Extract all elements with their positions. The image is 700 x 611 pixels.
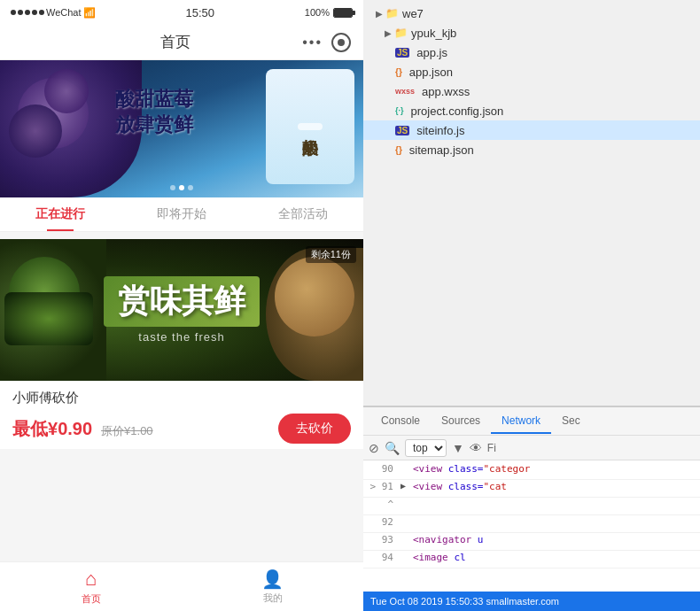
product-info: 小师傅砍价 最低¥0.90 原价¥1.00 去砍价 [0,381,363,449]
line-code: <view class="cat [413,481,507,492]
signal-dot-4 [32,10,37,15]
battery-icon [333,8,353,18]
dropdown-icon[interactable]: ▼ [452,441,464,455]
home-icon: ⌂ [85,568,97,591]
line-code: <image cl [413,552,466,563]
folder-icon: 📁 [385,7,399,19]
wifi-icon: 📶 [83,7,96,19]
banner-text-area: 酸甜蓝莓 放肆赏鲜 [115,87,193,137]
product-title-overlay: 赏味其鲜 taste the fresh [104,276,260,344]
console-line-91: > 91 ▶ <view class="cat [363,480,700,498]
user-icon: 👤 [261,568,284,590]
tree-item-ypuk-kjb[interactable]: ▶ 📁 ypuk_kjb [363,23,700,43]
console-line-94: 94 <image cl [363,551,700,568]
tree-label: ypuk_kjb [411,27,456,40]
phone-panel: WeChat 📶 15:50 100% 首页 ••• [0,0,363,611]
remaining-badge: 剩余11份 [306,246,356,263]
filter-icon[interactable]: 🔍 [385,441,400,455]
status-bar: WeChat 📶 15:50 100% [0,0,363,25]
filter-input-label[interactable]: Fi [487,442,496,454]
tree-item-sitemap-json[interactable]: {} sitemap.json [363,140,700,159]
home-label: 首页 [82,592,101,606]
app-name: WeChat [46,7,82,18]
json-file-icon: {} [395,145,402,155]
tree-label: siteinfo.js [416,124,464,137]
cut-price-button[interactable]: 去砍价 [278,414,351,444]
chevron-icon: ▶ [376,9,383,19]
product-card: 剩余11份 赏味其鲜 taste the fresh 小师傅砍价 最低¥0.90… [0,239,363,449]
user-label: 我的 [263,592,283,605]
devtools-toolbar: ⊘ 🔍 top ▼ 👁 Fi [363,436,700,460]
battery-fill [334,9,352,17]
record-button[interactable] [331,33,351,52]
devtools-tab-sources[interactable]: Sources [431,409,491,434]
line-number: > 91 [369,481,393,492]
tree-item-app-json[interactable]: {} app.json [363,62,700,81]
nav-item-home[interactable]: ⌂ 首页 [0,562,182,611]
status-right: 100% [305,7,353,18]
milk-label: 酸牛奶 [298,123,323,130]
food-right-image [266,248,363,381]
js-file-icon: JS [395,126,409,135]
tab-all[interactable]: 全部活动 [242,197,363,231]
tree-item-we7[interactable]: ▶ 📁 we7 [363,4,700,23]
devtools-tab-sec[interactable]: Sec [551,409,591,434]
folder-icon: 📁 [394,27,408,39]
line-number: 94 [369,552,393,563]
banner-dots [170,185,193,190]
wxss-file-icon: wxss [395,87,415,96]
config-file-icon: {·} [395,106,404,115]
nav-bar: 首页 ••• [0,25,363,60]
console-line-90: 90 <view class="categor [363,462,700,480]
signal-dot-5 [39,10,44,15]
tree-item-project-config[interactable]: {·} project.config.json [363,101,700,120]
devtools-panel: Console Sources Network Sec ⊘ 🔍 top ▼ 👁 … [363,406,700,592]
top-banner: 酸甜蓝莓 放肆赏鲜 酸牛奶 [0,60,363,197]
line-arrow: ▶ [401,481,409,491]
chevron-icon: ▶ [385,28,392,38]
banner-text-line1: 酸甜蓝莓 [115,87,193,112]
console-line-caret: ^ [363,498,700,515]
right-panel: ▶ 📁 we7 ▶ 📁 ypuk_kjb JS app.js {} app.js… [363,0,700,611]
line-number: 93 [369,534,393,545]
tab-upcoming[interactable]: 即将开始 [121,197,243,231]
product-name: 小师傅砍价 [12,390,351,406]
status-left: WeChat 📶 [11,7,96,19]
tree-item-siteinfo-js[interactable]: JS siteinfo.js [363,120,700,140]
json-file-icon: {} [395,67,402,77]
milk-image: 酸牛奶 [266,69,354,184]
tree-label: app.json [409,66,453,79]
activity-tabs: 正在进行 即将开始 全部活动 [0,197,363,232]
eye-icon[interactable]: 👁 [470,441,482,455]
price-area: 最低¥0.90 原价¥1.00 [12,417,153,441]
product-title-en: taste the fresh [104,330,260,344]
tree-item-app-wxss[interactable]: wxss app.wxss [363,81,700,101]
battery-percent: 100% [305,7,330,18]
nav-icons: ••• [302,33,351,52]
page-title: 首页 [160,32,191,52]
tree-label: app.wxss [422,85,470,98]
min-price-value: 0.90 [58,419,92,438]
block-icon[interactable]: ⊘ [369,441,379,455]
tree-label: project.config.json [411,104,504,118]
devtools-tab-console[interactable]: Console [370,409,431,434]
nav-item-user[interactable]: 👤 我的 [182,562,363,611]
tree-item-app-js[interactable]: JS app.js [363,43,700,62]
devtools-tab-network[interactable]: Network [491,409,551,434]
context-selector[interactable]: top [405,439,447,457]
more-button[interactable]: ••• [302,35,323,50]
devtools-tabs: Console Sources Network Sec [363,407,700,436]
tree-label: sitemap.json [409,143,474,157]
banner-dot-2 [179,185,184,190]
js-file-icon: JS [395,48,409,58]
signal-dot-2 [18,10,23,15]
tab-ongoing[interactable]: 正在进行 [0,197,121,231]
console-line-93: 93 <navigator u [363,533,700,551]
original-price: 原价¥1.00 [101,423,153,439]
banner-dot-3 [188,185,193,190]
signal-dot-3 [25,10,30,15]
signal-dots [11,10,44,15]
tree-label: we7 [402,7,424,20]
console-content: 90 <view class="categor > 91 ▶ <view cla… [363,460,700,592]
record-dot [338,39,345,46]
